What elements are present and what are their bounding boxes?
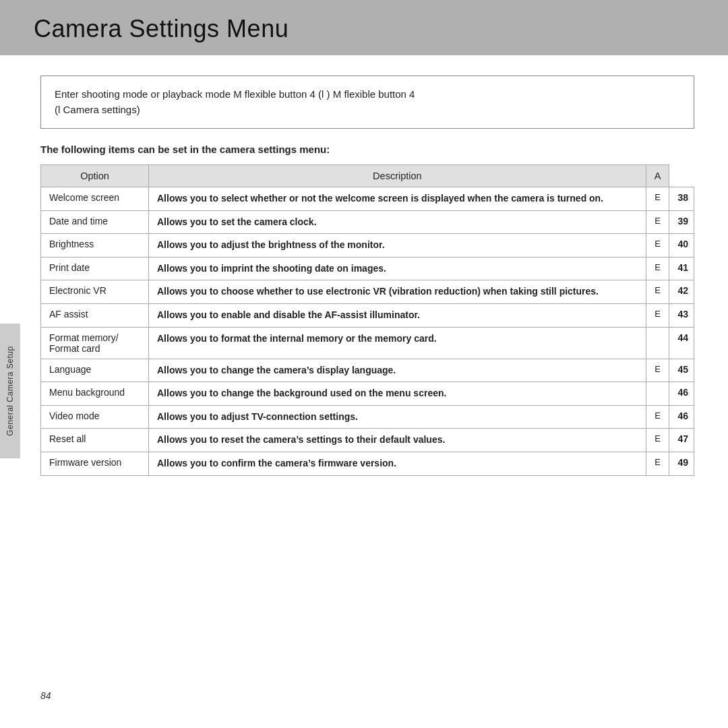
table-row: Date and timeAllows you to set the camer…	[41, 210, 694, 234]
table-row: AF assistAllows you to enable and disabl…	[41, 303, 694, 327]
sidebar-text: General Camera Setup	[5, 346, 15, 435]
cell-description: Allows you to reset the camera’s setting…	[149, 429, 646, 452]
cell-page: 47	[669, 429, 694, 452]
sidebar-label: General Camera Setup	[0, 324, 20, 458]
cell-page: 38	[669, 187, 694, 211]
cell-e: E	[646, 187, 669, 211]
cell-page: 49	[669, 452, 694, 475]
section-heading: The following items can be set in the ca…	[40, 144, 694, 155]
cell-page: 46	[669, 382, 694, 406]
cell-page: 44	[669, 327, 694, 359]
cell-e: E	[646, 257, 669, 280]
cell-e: E	[646, 452, 669, 475]
intro-line2: (l Camera settings)	[55, 104, 140, 115]
cell-option: Brightness	[41, 234, 149, 257]
table-row: Electronic VRAllows you to choose whethe…	[41, 280, 694, 304]
cell-description: Allows you to format the internal memory…	[149, 327, 646, 359]
header-a: A	[646, 165, 669, 187]
page-header: Camera Settings Menu	[0, 0, 728, 55]
cell-option: Video mode	[41, 405, 149, 429]
cell-option: Reset all	[41, 429, 149, 452]
main-content: Enter shooting mode or playback mode M f…	[0, 55, 728, 496]
cell-e: E	[646, 280, 669, 304]
cell-description: Allows you to confirm the camera’s firmw…	[149, 452, 646, 475]
intro-box: Enter shooting mode or playback mode M f…	[40, 75, 694, 129]
table-row: Menu backgroundAllows you to change the …	[41, 382, 694, 406]
cell-e: E	[646, 405, 669, 429]
header-option: Option	[41, 165, 149, 187]
cell-e: E	[646, 234, 669, 257]
cell-option: Firmware version	[41, 452, 149, 475]
cell-e: E	[646, 303, 669, 327]
cell-page: 42	[669, 280, 694, 304]
table-row: Video modeAllows you to adjust TV-connec…	[41, 405, 694, 429]
cell-description: Allows you to imprint the shooting date …	[149, 257, 646, 280]
cell-page: 43	[669, 303, 694, 327]
table-row: Firmware versionAllows you to confirm th…	[41, 452, 694, 475]
cell-page: 41	[669, 257, 694, 280]
cell-option: Date and time	[41, 210, 149, 234]
cell-e: E	[646, 210, 669, 234]
cell-page: 39	[669, 210, 694, 234]
cell-e	[646, 382, 669, 406]
intro-line1: Enter shooting mode or playback mode M f…	[55, 88, 415, 100]
cell-page: 40	[669, 234, 694, 257]
cell-option: Electronic VR	[41, 280, 149, 304]
cell-option: AF assist	[41, 303, 149, 327]
cell-option: Language	[41, 359, 149, 382]
table-row: Format memory/ Format cardAllows you to …	[41, 327, 694, 359]
cell-description: Allows you to set the camera clock.	[149, 210, 646, 234]
cell-description: Allows you to adjust the brightness of t…	[149, 234, 646, 257]
cell-option: Print date	[41, 257, 149, 280]
cell-option: Welcome screen	[41, 187, 149, 211]
table-row: Print dateAllows you to imprint the shoo…	[41, 257, 694, 280]
header-description: Description	[149, 165, 646, 187]
cell-description: Allows you to choose whether to use elec…	[149, 280, 646, 304]
table-row: LanguageAllows you to change the camera’…	[41, 359, 694, 382]
cell-e	[646, 327, 669, 359]
cell-page: 46	[669, 405, 694, 429]
cell-page: 45	[669, 359, 694, 382]
table-row: BrightnessAllows you to adjust the brigh…	[41, 234, 694, 257]
cell-description: Allows you to change the background used…	[149, 382, 646, 406]
cell-description: Allows you to change the camera’s displa…	[149, 359, 646, 382]
table-row: Welcome screenAllows you to select wheth…	[41, 187, 694, 211]
cell-description: Allows you to enable and disable the AF-…	[149, 303, 646, 327]
cell-description: Allows you to adjust TV-connection setti…	[149, 405, 646, 429]
table-row: Reset allAllows you to reset the camera’…	[41, 429, 694, 452]
cell-e: E	[646, 429, 669, 452]
cell-option: Menu background	[41, 382, 149, 406]
cell-option: Format memory/ Format card	[41, 327, 149, 359]
page-title: Camera Settings Menu	[34, 15, 694, 43]
page-number: 84	[40, 690, 51, 701]
cell-description: Allows you to select whether or not the …	[149, 187, 646, 211]
settings-table: Option Description A Welcome screenAllow…	[40, 164, 694, 476]
cell-e: E	[646, 359, 669, 382]
